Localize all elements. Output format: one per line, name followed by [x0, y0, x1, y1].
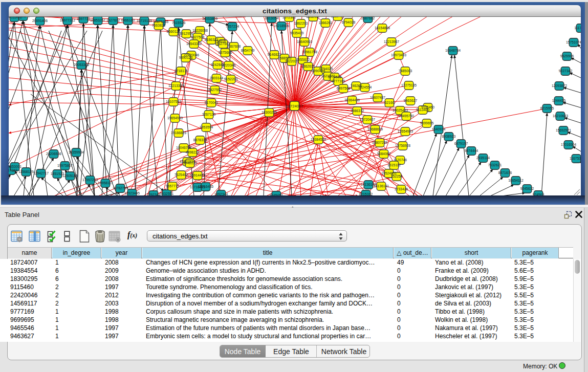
svg-text:9699695: 9699695 — [420, 121, 434, 125]
svg-text:8653001: 8653001 — [9, 165, 21, 168]
svg-text:8427552: 8427552 — [208, 88, 222, 92]
svg-text:10025433: 10025433 — [393, 108, 408, 112]
svg-text:16914479: 16914479 — [190, 173, 205, 177]
svg-text:17016504: 17016504 — [561, 143, 576, 146]
svg-text:19166825: 19166825 — [171, 131, 186, 135]
svg-text:11568129: 11568129 — [18, 170, 34, 173]
svg-text:9948133: 9948133 — [183, 161, 197, 165]
svg-text:8878312: 8878312 — [193, 138, 207, 142]
svg-text:7357234: 7357234 — [226, 25, 239, 28]
svg-text:18724007: 18724007 — [286, 104, 303, 108]
svg-text:1733426: 1733426 — [395, 187, 408, 191]
svg-text:17654923: 17654923 — [398, 129, 413, 133]
svg-text:8170041: 8170041 — [205, 101, 219, 104]
svg-text:17359934: 17359934 — [69, 150, 84, 154]
svg-text:12942717: 12942717 — [33, 171, 49, 175]
svg-text:252254: 252254 — [391, 174, 403, 178]
svg-text:19756928: 19756928 — [395, 144, 410, 147]
svg-text:19218506: 19218506 — [274, 24, 289, 28]
svg-text:20053346: 20053346 — [74, 63, 89, 67]
svg-text:1167531: 1167531 — [570, 157, 581, 160]
svg-text:6794029: 6794029 — [319, 67, 333, 71]
svg-text:18640910: 18640910 — [297, 40, 312, 43]
svg-text:3267130: 3267130 — [202, 113, 216, 116]
svg-text:4498222: 4498222 — [186, 150, 200, 154]
svg-text:20364436: 20364436 — [344, 98, 360, 102]
svg-text:12923445: 12923445 — [124, 191, 140, 195]
svg-text:10607487: 10607487 — [370, 96, 385, 99]
svg-text:9242843: 9242843 — [211, 63, 225, 67]
svg-text:18226058: 18226058 — [192, 29, 208, 32]
svg-text:7663822: 7663822 — [152, 24, 166, 27]
svg-text:1527602: 1527602 — [106, 18, 120, 22]
svg-text:19975867: 19975867 — [57, 164, 73, 167]
svg-text:20206536: 20206536 — [46, 152, 61, 156]
svg-text:16543382: 16543382 — [186, 42, 202, 46]
svg-text:6479197: 6479197 — [454, 142, 468, 145]
svg-text:7632621: 7632621 — [488, 163, 502, 167]
svg-text:8660124: 8660124 — [167, 30, 181, 33]
svg-text:18300295: 18300295 — [262, 111, 277, 114]
svg-text:20495750: 20495750 — [399, 114, 414, 118]
svg-text:16107553: 16107553 — [166, 100, 181, 103]
svg-text:9529906: 9529906 — [560, 54, 574, 58]
svg-text:1615112: 1615112 — [387, 163, 401, 167]
svg-text:9917342: 9917342 — [9, 168, 17, 172]
svg-text:9474444: 9474444 — [465, 149, 478, 152]
svg-text:15720407: 15720407 — [360, 118, 375, 121]
svg-text:12093872: 12093872 — [552, 84, 567, 87]
svg-text:8813054: 8813054 — [265, 17, 279, 20]
svg-text:9227342: 9227342 — [559, 69, 573, 73]
svg-text:9113400: 9113400 — [416, 108, 429, 112]
svg-text:9375685: 9375685 — [219, 51, 232, 54]
svg-text:9245632: 9245632 — [520, 187, 534, 190]
svg-text:20691406: 20691406 — [32, 19, 48, 23]
svg-text:19654933: 19654933 — [167, 116, 183, 120]
svg-text:10961758: 10961758 — [302, 50, 317, 54]
svg-text:2367608: 2367608 — [227, 45, 241, 48]
svg-text:16053809: 16053809 — [202, 17, 217, 20]
svg-text:6497508: 6497508 — [337, 86, 351, 90]
svg-text:9463627: 9463627 — [404, 99, 418, 102]
svg-text:1824554: 1824554 — [358, 85, 372, 89]
svg-text:1640934: 1640934 — [432, 127, 446, 131]
svg-text:8471676: 8471676 — [498, 171, 512, 174]
svg-text:8454749: 8454749 — [241, 49, 255, 52]
svg-text:18807249: 18807249 — [372, 141, 387, 144]
svg-text:9890126: 9890126 — [179, 56, 193, 59]
svg-text:9146821: 9146821 — [268, 53, 281, 56]
svg-text:10654112: 10654112 — [508, 179, 524, 182]
svg-text:1697731: 1697731 — [77, 17, 91, 20]
svg-text:1862203: 1862203 — [294, 21, 308, 25]
svg-text:10046768: 10046768 — [176, 146, 191, 149]
svg-text:10782759: 10782759 — [113, 186, 128, 190]
svg-text:8938923: 8938923 — [442, 135, 456, 138]
svg-text:9432551: 9432551 — [160, 192, 174, 195]
svg-text:8832057: 8832057 — [307, 17, 320, 18]
svg-text:10688609: 10688609 — [367, 127, 383, 131]
svg-text:14136141: 14136141 — [374, 184, 389, 188]
svg-text:6689470: 6689470 — [331, 17, 345, 18]
svg-text:1572302: 1572302 — [282, 17, 296, 19]
svg-text:9327508: 9327508 — [191, 35, 205, 39]
svg-text:17275135: 17275135 — [401, 83, 417, 87]
svg-text:2803144: 2803144 — [210, 76, 224, 80]
svg-text:12505135: 12505135 — [62, 174, 78, 178]
svg-text:9152203: 9152203 — [224, 77, 238, 81]
svg-text:10719135: 10719135 — [137, 19, 152, 23]
svg-text:1366261: 1366261 — [319, 21, 333, 25]
svg-text:1353594: 1353594 — [200, 125, 213, 129]
svg-text:1244415: 1244415 — [552, 99, 566, 102]
svg-text:1120746: 1120746 — [394, 158, 407, 162]
svg-text:2687682: 2687682 — [361, 17, 375, 20]
svg-text:9657771: 9657771 — [166, 184, 180, 188]
svg-text:16154808: 16154808 — [375, 26, 390, 30]
svg-text:10853257: 10853257 — [90, 18, 105, 22]
svg-text:12213967: 12213967 — [384, 40, 399, 43]
svg-text:62160: 62160 — [385, 101, 395, 104]
svg-text:7625402: 7625402 — [175, 173, 188, 177]
svg-text:12213369: 12213369 — [168, 84, 184, 87]
svg-text:9774515: 9774515 — [328, 75, 342, 79]
svg-text:7986372: 7986372 — [351, 109, 364, 113]
svg-text:6466160: 6466160 — [121, 18, 135, 22]
